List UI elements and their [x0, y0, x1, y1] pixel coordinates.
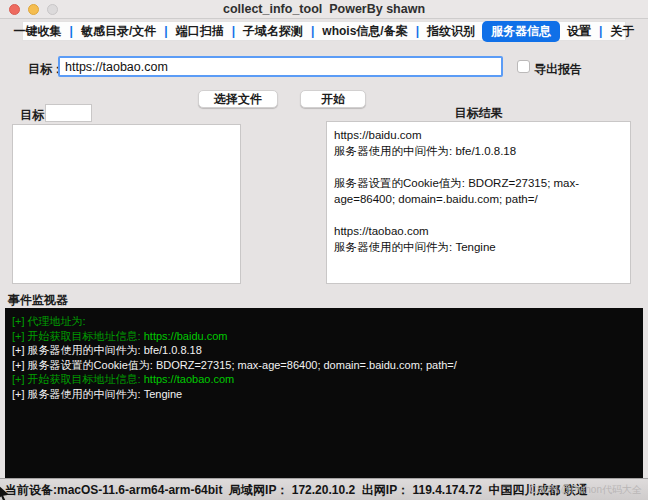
status-bar: 当前设备:macOS-11.6-arm64-arm-64bit 局域网IP： 1… — [0, 478, 648, 500]
app-window: collect_info_tool PowerBy shawn 一键收集 | 敏… — [0, 0, 648, 500]
tab-subdomain[interactable]: 子域名探测 — [236, 21, 310, 42]
target-results-textarea[interactable]: https://baidu.com 服务器使用的中间件为: bfe/1.0.8.… — [326, 121, 631, 284]
choose-file-button[interactable]: 选择文件 — [198, 90, 278, 108]
tab-whois[interactable]: whois信息/备案 — [315, 21, 414, 42]
console-line: [+] 服务器设置的Cookie值为: BDORZ=27315; max-age… — [12, 358, 636, 373]
results-title: 目标结果 — [326, 105, 631, 122]
event-monitor-label: 事件监视器 — [8, 292, 68, 309]
target-url-input[interactable] — [58, 56, 503, 77]
tab-fingerprint[interactable]: 指纹识别 — [420, 21, 482, 42]
title-bar: collect_info_tool PowerBy shawn — [0, 0, 648, 19]
target-list-input[interactable] — [45, 104, 92, 122]
console-line: [+] 代理地址为: — [12, 314, 636, 329]
console-line: [+] 开始获取目标地址信息: https://taobao.com — [12, 372, 636, 387]
tab-about[interactable]: 关于 — [603, 21, 641, 42]
watermark-text: CSDN @Python代码大全 — [530, 479, 642, 500]
tab-port-scan[interactable]: 端口扫描 — [169, 21, 231, 42]
event-monitor-console[interactable]: [+] 代理地址为: [+] 开始获取目标地址信息: https://baidu… — [5, 308, 643, 478]
tab-quick-collect[interactable]: 一键收集 — [7, 21, 69, 42]
tab-server-info-selected[interactable]: 服务器信息 — [482, 21, 560, 42]
status-text: 当前设备:macOS-11.6-arm64-arm-64bit 局域网IP： 1… — [5, 479, 588, 500]
export-report-checkbox[interactable] — [517, 60, 530, 73]
console-line: [+] 服务器使用的中间件为: Tengine — [12, 387, 636, 402]
export-report-label: 导出报告 — [534, 61, 582, 78]
target-list-label: 目标 — [20, 107, 44, 124]
target-list-textarea[interactable] — [12, 124, 241, 284]
console-line: [+] 开始获取目标地址信息: https://baidu.com — [12, 329, 636, 344]
tab-settings[interactable]: 设置 — [560, 21, 598, 42]
console-line: [+] 服务器使用的中间件为: bfe/1.0.8.18 — [12, 343, 636, 358]
window-title: collect_info_tool PowerBy shawn — [0, 0, 648, 19]
tab-bar: 一键收集 | 敏感目录/文件 | 端口扫描 | 子域名探测 | whois信息/… — [22, 21, 626, 41]
tab-sensitive-dirs[interactable]: 敏感目录/文件 — [74, 21, 163, 42]
